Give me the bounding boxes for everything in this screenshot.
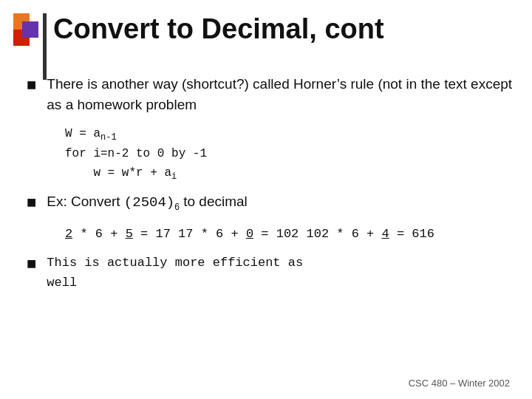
- ex-sub: 6: [174, 202, 180, 212]
- comp-ul-1b: 5: [126, 227, 133, 241]
- code-line-2: for i=n-2 to 0 by -1: [65, 145, 517, 164]
- bullet-text-2: Ex: Convert (2504)6 to decimal: [47, 191, 248, 214]
- comp-line-3: 102 * 6 + 4 = 616: [307, 227, 434, 241]
- comp-ul-2: 0: [246, 227, 253, 241]
- ex-code: (2504): [124, 194, 174, 211]
- ex-prefix: Ex: Convert: [47, 194, 124, 209]
- bullet3-line1: This is actually more efficient as: [47, 256, 303, 270]
- code-block-1: W = an-1 for i=n-2 to 0 by -1 w = w*r + …: [65, 125, 517, 184]
- bullet-text-3: This is actually more efficient as well: [47, 253, 303, 293]
- footer-text: CSC 480 – Winter 2002: [409, 378, 510, 389]
- bullet-dot-1: ■: [27, 75, 36, 95]
- page-title: Convert to Decimal, cont: [53, 13, 384, 45]
- computation-block: 2 * 6 + 5 = 17 17 * 6 + 0 = 102 102 * 6 …: [65, 224, 517, 245]
- code-line-1: W = an-1: [65, 125, 517, 145]
- decorative-blocks: [13, 13, 40, 58]
- comp-ul-1: 2: [65, 227, 72, 241]
- bullet-item-2: ■ Ex: Convert (2504)6 to decimal: [27, 191, 517, 214]
- comp-line-2: 17 * 6 + 0 = 102: [178, 227, 299, 241]
- main-content: ■ There is another way (shortcut?) calle…: [27, 74, 517, 304]
- bullet-item-1: ■ There is another way (shortcut?) calle…: [27, 74, 517, 115]
- comp-ul-3: 4: [382, 227, 389, 241]
- ex-suffix: to decimal: [180, 194, 248, 209]
- sub-i: i: [171, 171, 177, 182]
- comp-line-1: 2 * 6 + 5 = 17: [65, 227, 171, 241]
- bullet-item-3: ■ This is actually more efficient as wel…: [27, 253, 517, 293]
- vertical-bar: [43, 13, 47, 80]
- bullet3-line2: well: [47, 276, 77, 290]
- bullet-dot-2: ■: [27, 193, 36, 212]
- deco-purple: [22, 21, 38, 38]
- code-line-3: w = w*r + ai: [65, 164, 517, 184]
- sub-n1: n-1: [100, 132, 117, 143]
- bullet-text-1: There is another way (shortcut?) called …: [47, 74, 517, 115]
- bullet-dot-3: ■: [27, 254, 36, 273]
